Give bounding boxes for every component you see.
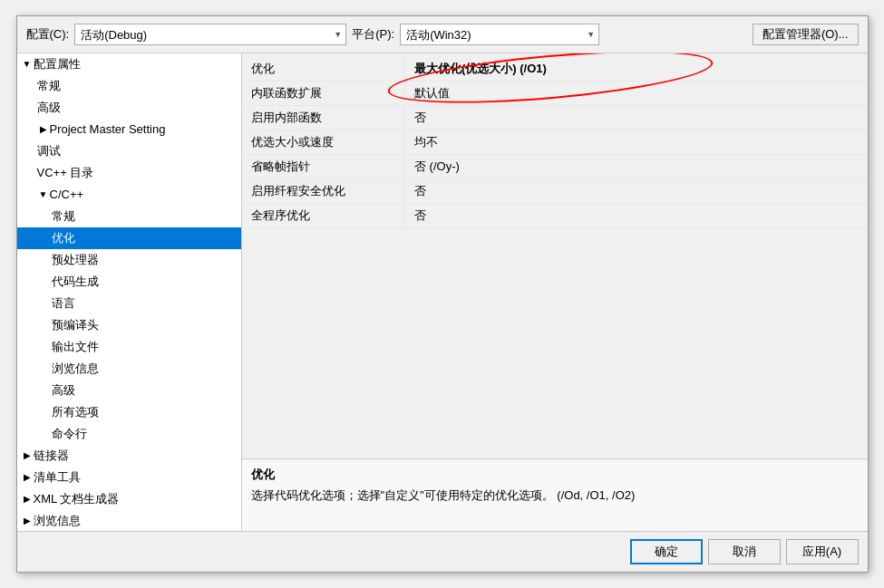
config-select-wrapper[interactable]: 活动(Debug) <box>74 24 346 45</box>
arrow-project-master <box>37 120 50 139</box>
tree-item-cpp-pch[interactable]: 预编译头 <box>17 314 241 336</box>
toolbar: 配置(C): 活动(Debug) 平台(P): 活动(Win32) 配置管理器(… <box>17 16 868 53</box>
prop-value-1: 默认值 <box>405 82 868 106</box>
prop-name-0: 优化 <box>242 53 405 82</box>
label-project-master: Project Master Setting <box>50 120 166 139</box>
config-select[interactable]: 活动(Debug) <box>74 24 346 45</box>
tree-item-advanced[interactable]: 高级 <box>17 97 241 119</box>
ok-button[interactable]: 确定 <box>630 539 703 564</box>
arrow-xml <box>21 490 34 508</box>
apply-button[interactable]: 应用(A) <box>786 539 859 564</box>
bottom-buttons: 确定 取消 应用(A) <box>17 531 868 572</box>
prop-value-0: 最大优化(优选大小) (/O1) <box>405 53 868 82</box>
prop-name-4: 省略帧指针 <box>242 155 405 179</box>
prop-row-5[interactable]: 启用纤程安全优化否 <box>242 179 868 204</box>
tree-section-config-props[interactable]: 配置属性 <box>17 53 241 75</box>
platform-select[interactable]: 活动(Win32) <box>400 24 599 45</box>
label-config-props: 配置属性 <box>34 55 81 73</box>
tree-item-cpp-cmdline[interactable]: 命令行 <box>17 423 241 445</box>
tree-section-xml[interactable]: XML 文档生成器 <box>17 488 241 510</box>
config-label: 配置(C): <box>26 26 70 43</box>
tree-item-cpp-preproc[interactable]: 预处理器 <box>17 249 241 271</box>
prop-row-0[interactable]: 优化最大优化(优选大小) (/O1) <box>242 53 868 82</box>
arrow-config-props <box>21 55 34 73</box>
annotation-container: 优化最大优化(优选大小) (/O1)内联函数扩展默认值启用内部函数否优选大小或速… <box>242 53 868 458</box>
label-cpp: C/C++ <box>50 186 84 204</box>
prop-name-5: 启用纤程安全优化 <box>242 179 405 204</box>
tree-item-cpp-opt[interactable]: 优化 <box>17 227 241 249</box>
tree-item-debug[interactable]: 调试 <box>17 140 241 162</box>
tree-item-cpp-output[interactable]: 输出文件 <box>17 336 241 358</box>
arrow-linker <box>21 447 34 465</box>
description-area: 优化 选择代码优化选项；选择"自定义"可使用特定的优化选项。 (/Od, /O1… <box>242 458 868 531</box>
tree-item-cpp-codegen[interactable]: 代码生成 <box>17 271 241 293</box>
properties-wrapper: 优化最大优化(优选大小) (/O1)内联函数扩展默认值启用内部函数否优选大小或速… <box>242 53 868 531</box>
prop-value-4: 否 (/Oy-) <box>405 155 868 179</box>
tree-item-project-master[interactable]: Project Master Setting <box>17 119 241 140</box>
prop-name-3: 优选大小或速度 <box>242 130 405 155</box>
tree-item-cpp-allopt[interactable]: 所有选项 <box>17 401 241 423</box>
prop-value-2: 否 <box>405 106 868 130</box>
tree-section-manifest[interactable]: 清单工具 <box>17 467 241 488</box>
prop-name-6: 全程序优化 <box>242 204 405 228</box>
prop-row-6[interactable]: 全程序优化否 <box>242 204 868 228</box>
cancel-button[interactable]: 取消 <box>708 539 781 564</box>
dialog: 配置(C): 活动(Debug) 平台(P): 活动(Win32) 配置管理器(… <box>16 15 869 573</box>
tree-item-cpp-lang[interactable]: 语言 <box>17 293 241 314</box>
prop-value-5: 否 <box>405 179 868 204</box>
properties-table: 优化最大优化(优选大小) (/O1)内联函数扩展默认值启用内部函数否优选大小或速… <box>242 53 868 228</box>
prop-name-2: 启用内部函数 <box>242 106 405 130</box>
right-panel: 优化最大优化(优选大小) (/O1)内联函数扩展默认值启用内部函数否优选大小或速… <box>242 53 868 531</box>
arrow-cpp <box>37 186 50 204</box>
main-area: 配置属性 常规 高级 Project Master Setting 调试 VC+… <box>17 53 868 531</box>
prop-name-1: 内联函数扩展 <box>242 82 405 106</box>
arrow-manifest <box>21 468 34 487</box>
prop-row-4[interactable]: 省略帧指针否 (/Oy-) <box>242 155 868 179</box>
left-panel: 配置属性 常规 高级 Project Master Setting 调试 VC+… <box>17 53 242 531</box>
prop-row-2[interactable]: 启用内部函数否 <box>242 106 868 130</box>
tree-section-linker[interactable]: 链接器 <box>17 445 241 467</box>
description-text: 选择代码优化选项；选择"自定义"可使用特定的优化选项。 (/Od, /O1, /… <box>251 487 859 505</box>
platform-label: 平台(P): <box>352 26 394 43</box>
platform-select-wrapper[interactable]: 活动(Win32) <box>400 24 599 45</box>
tree-item-cpp-advanced[interactable]: 高级 <box>17 380 241 401</box>
tree-item-vc-dirs[interactable]: VC++ 目录 <box>17 162 241 184</box>
label-browse-info: 浏览信息 <box>34 512 81 530</box>
prop-value-6: 否 <box>405 204 868 228</box>
tree-item-general[interactable]: 常规 <box>17 75 241 97</box>
tree-section-browse-info[interactable]: 浏览信息 <box>17 510 241 531</box>
label-manifest: 清单工具 <box>34 468 81 487</box>
label-linker: 链接器 <box>34 447 69 465</box>
config-manager-button[interactable]: 配置管理器(O)... <box>753 24 859 45</box>
label-xml: XML 文档生成器 <box>34 490 120 508</box>
tree-section-cpp[interactable]: C/C++ <box>17 184 241 206</box>
arrow-browse-info <box>21 512 34 530</box>
description-title: 优化 <box>251 467 859 483</box>
prop-row-1[interactable]: 内联函数扩展默认值 <box>242 82 868 106</box>
tree-item-cpp-browse[interactable]: 浏览信息 <box>17 358 241 380</box>
prop-row-3[interactable]: 优选大小或速度均不 <box>242 130 868 155</box>
tree-item-cpp-general[interactable]: 常规 <box>17 206 241 227</box>
prop-value-3: 均不 <box>405 130 868 155</box>
